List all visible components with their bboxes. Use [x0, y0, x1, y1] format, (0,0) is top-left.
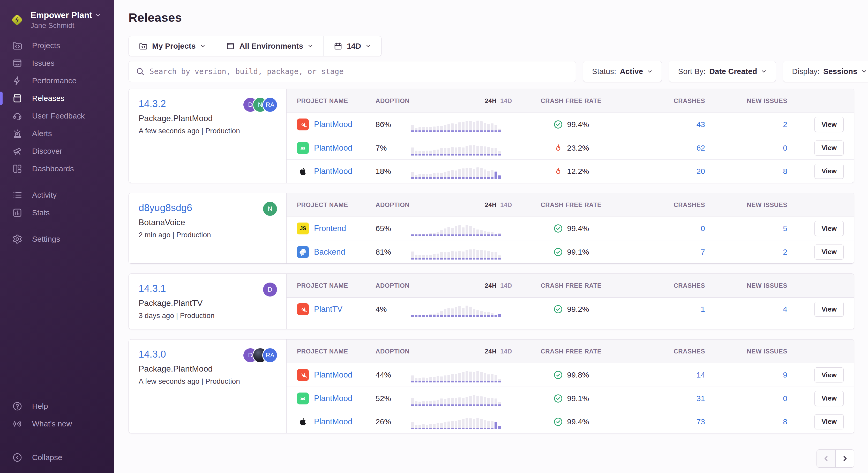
sparkline-bar [429, 174, 432, 179]
project-link[interactable]: Backend [314, 247, 345, 257]
sidebar-item-dashboards[interactable]: Dashboards [0, 160, 114, 178]
sparkline-bar [426, 424, 428, 429]
chevron-down-icon [761, 68, 767, 75]
sidebar-item-projects[interactable]: Projects [0, 37, 114, 54]
sidebar-item-help[interactable]: Help [0, 397, 114, 415]
crashes-count-link[interactable]: 62 [630, 144, 705, 152]
next-page-button[interactable] [835, 450, 854, 467]
sparkline-bar [440, 398, 443, 406]
new-issues-count-link[interactable]: 8 [707, 417, 787, 426]
project-link[interactable]: PlantMood [314, 370, 352, 380]
crash-free-check-icon [553, 393, 563, 404]
new-issues-count-link[interactable]: 4 [707, 305, 787, 314]
display-dropdown[interactable]: Display: Sessions [783, 61, 868, 82]
projects-filter-dropdown[interactable]: My Projects [129, 36, 216, 56]
release-version-link[interactable]: 14.3.1 [138, 283, 277, 294]
project-link[interactable]: PlantMood [314, 120, 352, 129]
toggle-14d[interactable]: 14D [500, 201, 512, 209]
sparkline-bar [476, 250, 479, 260]
view-button[interactable]: View [814, 367, 844, 382]
sidebar-item-settings[interactable]: Settings [0, 230, 114, 248]
sparkline-bar [447, 375, 450, 382]
sidebar-item-label: Dashboards [32, 164, 74, 173]
previous-page-button[interactable] [817, 450, 835, 467]
project-link[interactable]: PlantMood [314, 167, 352, 176]
crashes-count-link[interactable]: 14 [630, 371, 705, 379]
sentry-logo-icon [9, 12, 25, 28]
sidebar-item-user-feedback[interactable]: User Feedback [0, 107, 114, 125]
crashes-count-link[interactable]: 43 [630, 120, 705, 129]
crashes-count-link[interactable]: 0 [630, 224, 705, 233]
new-issues-count-link[interactable]: 2 [707, 120, 787, 129]
view-button[interactable]: View [814, 221, 844, 236]
project-link[interactable]: Frontend [314, 224, 346, 233]
column-header-new-issues: New Issues [707, 282, 787, 289]
new-issues-count-link[interactable]: 0 [707, 394, 787, 403]
crashes-count-link[interactable]: 31 [630, 394, 705, 403]
sparkline-bar [451, 421, 454, 429]
sort-by-dropdown[interactable]: Sort By: Date Created [669, 61, 776, 82]
project-link[interactable]: PlantMood [314, 143, 352, 153]
sparkline-bar [498, 175, 501, 179]
search-input[interactable] [150, 67, 569, 76]
sparkline-bar [422, 401, 425, 406]
date-range-dropdown[interactable]: 14D [323, 36, 381, 56]
sidebar-item-releases[interactable]: Releases [0, 90, 114, 107]
view-button[interactable]: View [814, 244, 844, 260]
sparkline-bar [451, 374, 454, 382]
toggle-24h[interactable]: 24H [485, 348, 497, 355]
release-meta-text: A few seconds ago | Production [138, 377, 277, 386]
view-button[interactable]: View [814, 302, 844, 317]
sidebar-item-stats[interactable]: Stats [0, 204, 114, 221]
toggle-14d[interactable]: 14D [500, 348, 512, 355]
new-issues-count-link[interactable]: 2 [707, 248, 787, 257]
view-button[interactable]: View [814, 164, 844, 179]
sidebar-collapse-button[interactable]: Collapse [0, 449, 114, 466]
view-button[interactable]: View [814, 391, 844, 406]
sparkline-bar [437, 313, 439, 317]
sparkline-bar [484, 250, 486, 260]
new-issues-count-link[interactable]: 9 [707, 371, 787, 379]
sparkline-bar [491, 170, 494, 179]
sidebar-item-what-s-new[interactable]: What's new [0, 415, 114, 433]
sidebar-item-alerts[interactable]: Alerts [0, 125, 114, 142]
view-button[interactable]: View [814, 117, 844, 132]
new-issues-count-link[interactable]: 5 [707, 224, 787, 233]
toggle-24h[interactable]: 24H [485, 282, 497, 289]
project-link[interactable]: PlantMood [314, 394, 352, 403]
status-dropdown[interactable]: Status: Active [583, 61, 662, 82]
org-switcher[interactable]: Empower Plant Jane Schmidt [0, 8, 114, 37]
toggle-14d[interactable]: 14D [500, 97, 512, 105]
sidebar-item-label: Issues [32, 59, 55, 67]
view-button[interactable]: View [814, 141, 844, 155]
crashes-count-link[interactable]: 73 [630, 417, 705, 426]
sidebar-item-discover[interactable]: Discover [0, 142, 114, 160]
toggle-24h[interactable]: 24H [485, 201, 497, 209]
crashes-count-link[interactable]: 1 [630, 305, 705, 314]
sidebar-item-activity[interactable]: Activity [0, 186, 114, 204]
crashes-count-link[interactable]: 7 [630, 248, 705, 257]
sidebar-item-label: Settings [32, 235, 60, 243]
sparkline-bar [451, 308, 454, 317]
new-issues-count-link[interactable]: 0 [707, 144, 787, 152]
environments-filter-dropdown[interactable]: All Environments [216, 36, 323, 56]
sidebar-item-performance[interactable]: Performance [0, 72, 114, 90]
toggle-24h[interactable]: 24H [485, 97, 497, 105]
release-card: d8yug8sdg6 BotanaVoice 2 min ago | Produ… [128, 193, 854, 264]
sparkline-bar [437, 376, 439, 382]
sparkline-bar [462, 228, 465, 236]
activity-icon [12, 190, 23, 201]
sparkline-bar [415, 401, 417, 406]
column-header-project-name: Project Name [297, 348, 373, 355]
view-button[interactable]: View [814, 414, 844, 429]
project-link[interactable]: PlantTV [314, 304, 342, 314]
project-link[interactable]: PlantMood [314, 417, 352, 426]
release-version-link[interactable]: d8yug8sdg6 [138, 202, 277, 213]
crashes-count-link[interactable]: 20 [630, 167, 705, 176]
sparkline-bar [469, 372, 472, 382]
sparkline-bar [440, 377, 443, 382]
toggle-14d[interactable]: 14D [500, 282, 512, 289]
sidebar-item-issues[interactable]: Issues [0, 54, 114, 72]
new-issues-count-link[interactable]: 8 [707, 167, 787, 176]
sparkline-bar [411, 125, 414, 132]
